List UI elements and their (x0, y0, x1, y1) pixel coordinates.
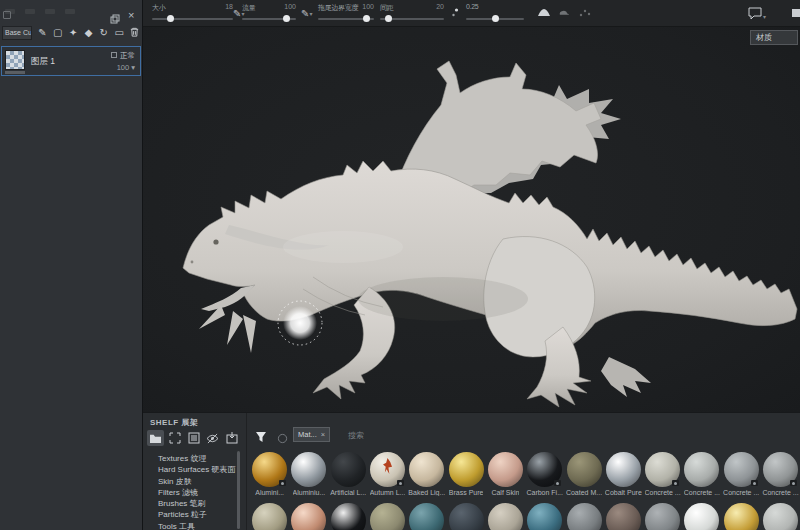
shelf-category[interactable]: Brushes 笔刷 (158, 498, 235, 509)
slider-track[interactable] (152, 18, 233, 20)
material-sphere[interactable] (527, 503, 562, 530)
delete-icon[interactable] (128, 26, 141, 40)
material-sphere[interactable] (291, 452, 326, 487)
category-scrollbar[interactable] (237, 451, 240, 529)
material-item[interactable] (289, 503, 328, 530)
shelf-category[interactable]: Textures 纹理 (158, 453, 235, 464)
material-item[interactable] (486, 503, 525, 530)
material-item[interactable]: Coated M... (564, 452, 603, 496)
expand-icon[interactable] (166, 430, 183, 446)
material-item[interactable] (329, 503, 368, 530)
material-sphere[interactable] (684, 452, 719, 487)
material-sphere[interactable] (763, 503, 798, 530)
material-item[interactable]: Concrete ... (722, 452, 761, 496)
material-sphere[interactable] (409, 503, 444, 530)
paint-icon[interactable]: ✎ (36, 26, 49, 40)
material-item[interactable] (407, 503, 446, 530)
material-item[interactable]: Concrete ... (643, 452, 682, 496)
falloff-icon[interactable] (537, 7, 551, 21)
material-sphere[interactable] (488, 503, 523, 530)
material-sphere[interactable] (488, 452, 523, 487)
chip-close-icon[interactable]: × (321, 430, 325, 439)
material-item[interactable]: Carbon Fi... (525, 452, 564, 496)
viewport-3d[interactable]: 材质 (143, 27, 800, 412)
material-item[interactable]: Alumini... (250, 452, 289, 496)
material-item[interactable] (525, 503, 564, 530)
material-item[interactable] (368, 503, 407, 530)
stencil-icon[interactable] (558, 7, 571, 21)
smudge-icon[interactable]: ↻ (97, 26, 110, 40)
shelf-category[interactable]: Hard Surfaces 硬表面 (158, 464, 235, 475)
slider-handle[interactable] (283, 15, 290, 22)
close-panel-icon[interactable]: × (128, 8, 134, 22)
material-item[interactable]: Autumn L... (368, 452, 407, 496)
material-sphere[interactable] (331, 452, 366, 487)
material-item[interactable] (250, 503, 289, 530)
folder-icon[interactable] (147, 430, 164, 446)
material-sphere[interactable] (567, 503, 602, 530)
materials-row-1: Alumini...Aluminiu...Artificial L...Autu… (250, 452, 800, 496)
material-item[interactable]: Concrete ... (682, 452, 721, 496)
material-sphere[interactable] (291, 503, 326, 530)
material-item[interactable] (643, 503, 682, 530)
material-sphere[interactable] (645, 503, 680, 530)
shelf-category[interactable]: Filters 滤镜 (158, 487, 235, 498)
dots-icon[interactable] (451, 7, 459, 23)
material-item[interactable]: Brass Pure (446, 452, 485, 496)
channel-dropdown[interactable]: Base Cu▾ (2, 26, 32, 40)
material-mode-chip[interactable]: 材质 (750, 30, 798, 45)
material-item[interactable]: Calf Skin (486, 452, 525, 496)
material-sphere[interactable] (606, 452, 641, 487)
new-layer-icon[interactable]: ▢ (51, 26, 64, 40)
list-icon[interactable] (185, 430, 202, 446)
material-item[interactable]: Concrete ... (761, 452, 800, 496)
material-item[interactable] (761, 503, 800, 530)
material-sphere[interactable] (724, 503, 759, 530)
fill-icon[interactable]: ◆ (82, 26, 95, 40)
material-sphere[interactable] (331, 503, 366, 530)
lazy-mouse-icon[interactable] (579, 7, 591, 21)
brush-preset-icon[interactable]: ✎▾ (301, 7, 312, 21)
group-icon[interactable]: ▭ (113, 26, 126, 40)
shelf-category[interactable]: Particles 粒子 (158, 509, 235, 520)
layers-panel: × Base Cu▾ ✎▢✦◆↻▭ 图层 1 正常 100 ▾ (0, 0, 143, 530)
material-item[interactable] (604, 503, 643, 530)
slider-handle[interactable] (385, 15, 392, 22)
material-name: Concrete ... (684, 489, 720, 496)
material-item[interactable]: Baked Lig... (407, 452, 446, 496)
shelf-category-list: Textures 纹理Hard Surfaces 硬表面Skin 皮肤Filte… (158, 453, 235, 530)
material-sphere[interactable] (252, 503, 287, 530)
message-icon[interactable]: ▾ (748, 7, 766, 24)
material-sphere[interactable] (606, 503, 641, 530)
material-sphere[interactable] (449, 452, 484, 487)
search-input[interactable]: 搜索 (348, 430, 364, 441)
material-item[interactable]: Aluminiu... (289, 452, 328, 496)
material-item[interactable]: Artificial L... (329, 452, 368, 496)
filter-funnel-icon[interactable] (255, 429, 267, 447)
slider-handle[interactable] (167, 15, 174, 22)
brush-preset-icon[interactable]: ✎▾ (233, 7, 244, 21)
slider-handle[interactable] (492, 15, 499, 22)
material-item[interactable]: Cobalt Pure (604, 452, 643, 496)
shelf-category[interactable]: Skin 皮肤 (158, 476, 235, 487)
material-sphere[interactable] (567, 452, 602, 487)
material-item[interactable] (682, 503, 721, 530)
material-sphere[interactable] (684, 503, 719, 530)
eye-off-icon[interactable] (204, 430, 221, 446)
layer-row[interactable]: 图层 1 正常 100 ▾ (1, 46, 141, 76)
effects-icon[interactable]: ✦ (67, 26, 80, 40)
shelf-category[interactable]: Tools 工具 (158, 521, 235, 530)
material-item[interactable] (722, 503, 761, 530)
import-icon[interactable] (223, 430, 240, 446)
layer-opacity[interactable]: 100 ▾ (117, 63, 135, 72)
material-sphere[interactable] (370, 503, 405, 530)
slider-handle[interactable] (363, 15, 370, 22)
material-item[interactable] (564, 503, 603, 530)
layer-blend-mode[interactable]: 正常 (111, 51, 135, 61)
panel-icon[interactable] (791, 7, 800, 23)
search-filter-chip[interactable]: Mat...× (293, 427, 330, 442)
material-sphere[interactable] (409, 452, 444, 487)
material-item[interactable] (446, 503, 485, 530)
layer-thumbnail[interactable] (5, 50, 25, 70)
material-sphere[interactable] (449, 503, 484, 530)
